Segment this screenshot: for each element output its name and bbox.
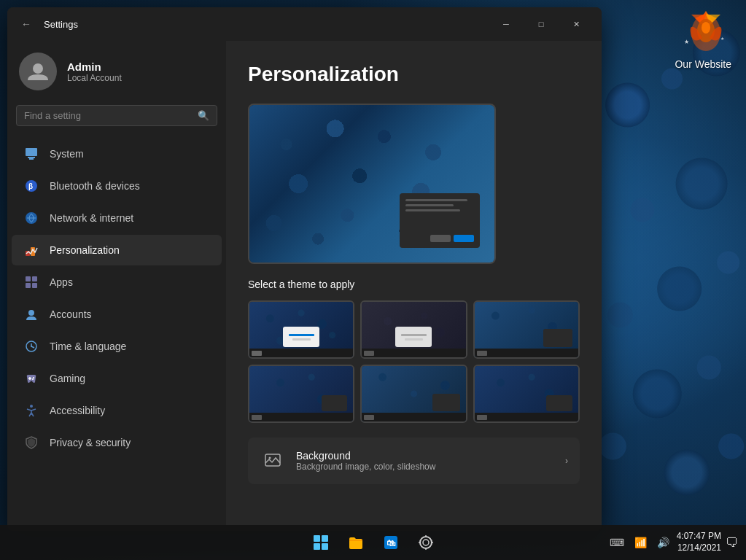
sidebar: Admin Local Account 🔍: [7, 41, 226, 531]
sidebar-item-privacy-label: Privacy & security: [50, 437, 131, 448]
svg-rect-12: [28, 157, 35, 158]
search-icon: 🔍: [198, 110, 209, 121]
theme-card-4[interactable]: [248, 365, 354, 423]
window-title: Settings: [44, 19, 78, 30]
avatar: [19, 52, 57, 90]
svg-rect-24: [32, 283, 37, 288]
settings-window: ← Settings ─ □ ✕ Admin Lo: [7, 7, 602, 531]
minimize-button[interactable]: ─: [489, 13, 523, 35]
svg-point-33: [32, 378, 34, 380]
svg-rect-11: [26, 148, 37, 156]
theme-card-6[interactable]: [473, 365, 580, 423]
svg-rect-40: [322, 543, 328, 550]
svg-point-25: [28, 310, 34, 316]
sidebar-item-accounts[interactable]: Accounts: [12, 299, 222, 330]
personalization-icon: [23, 242, 39, 258]
sidebar-item-system[interactable]: System: [12, 139, 222, 169]
sidebar-item-network-label: Network & internet: [50, 212, 133, 224]
svg-point-10: [33, 63, 43, 74]
svg-point-34: [30, 405, 33, 408]
sidebar-item-accessibility-label: Accessibility: [50, 405, 105, 416]
svg-rect-39: [314, 543, 320, 550]
taskbar-center: 🛍: [305, 526, 442, 559]
svg-point-36: [269, 457, 271, 459]
page-title: Personalization: [248, 63, 580, 86]
main-content: Personalization: [226, 41, 602, 531]
theme-grid: [248, 300, 580, 423]
tray-speaker-icon[interactable]: 🔊: [654, 534, 672, 551]
sidebar-item-system-label: System: [50, 148, 84, 160]
bluetooth-icon: β: [23, 178, 39, 194]
svg-text:🛍: 🛍: [386, 538, 396, 548]
sidebar-item-personalization-label: Personalization: [50, 244, 120, 256]
theme-card-3[interactable]: [473, 300, 580, 359]
theme-card-2-overlay: [395, 327, 432, 347]
store-button[interactable]: 🛍: [375, 526, 407, 559]
taskbar: 🛍 ⌨ 📶 🔊 4:07:47 PM 12/14/2021 🗨: [0, 525, 746, 560]
user-profile[interactable]: Admin Local Account: [7, 41, 226, 105]
sidebar-item-bluetooth-label: Bluetooth & devices: [50, 180, 140, 192]
svg-text:★: ★: [684, 39, 689, 45]
svg-point-32: [33, 377, 34, 378]
gaming-icon: [23, 370, 39, 386]
background-icon: [260, 448, 286, 474]
search-input[interactable]: [24, 110, 192, 121]
file-explorer-button[interactable]: [340, 526, 372, 559]
sidebar-item-gaming[interactable]: Gaming: [12, 363, 222, 394]
sidebar-item-accounts-label: Accounts: [50, 308, 92, 320]
background-link-chevron: ›: [565, 456, 568, 466]
preview-dialog: [400, 193, 480, 248]
theme-section-label: Select a theme to apply: [248, 279, 580, 290]
user-name: Admin: [67, 61, 122, 73]
tray-clock[interactable]: 4:07:47 PM 12/14/2021: [677, 531, 721, 553]
sidebar-item-bluetooth[interactable]: β Bluetooth & devices: [12, 171, 222, 201]
svg-rect-23: [26, 283, 31, 288]
sidebar-item-privacy[interactable]: Privacy & security: [12, 427, 222, 458]
svg-text:★: ★: [720, 36, 724, 41]
svg-rect-13: [29, 158, 34, 160]
tray-date: 12/14/2021: [677, 542, 721, 554]
theme-card-5[interactable]: [360, 365, 467, 423]
start-button[interactable]: [305, 526, 337, 559]
apps-icon: [23, 274, 39, 290]
search-taskbar-button[interactable]: [410, 526, 442, 559]
user-account-type: Local Account: [67, 73, 122, 83]
svg-rect-37: [314, 535, 320, 542]
back-button[interactable]: ←: [16, 14, 36, 34]
sidebar-item-gaming-label: Gaming: [50, 373, 85, 384]
svg-rect-38: [322, 535, 328, 542]
sidebar-item-apps-label: Apps: [50, 276, 73, 288]
svg-rect-22: [32, 276, 37, 281]
maximize-button[interactable]: □: [524, 13, 558, 35]
theme-card-1-overlay: [283, 327, 319, 347]
svg-point-29: [31, 346, 32, 347]
desktop-bubbles: [598, 0, 746, 525]
theme-card-1[interactable]: [248, 300, 354, 359]
background-link-subtitle: Background image, color, slideshow: [296, 462, 435, 472]
privacy-icon: [23, 435, 39, 451]
system-tray: ⌨ 📶 🔊 4:07:47 PM 12/14/2021 🗨: [607, 531, 739, 553]
sidebar-item-accessibility[interactable]: Accessibility: [12, 395, 222, 426]
sidebar-item-time[interactable]: Time & language: [12, 331, 222, 362]
theme-preview: [248, 104, 496, 264]
background-link-title: Background: [296, 450, 435, 462]
tray-wifi-icon[interactable]: 📶: [632, 534, 650, 551]
tray-notification-icon[interactable]: 🗨: [726, 535, 739, 551]
accounts-icon: [23, 306, 39, 322]
theme-card-2[interactable]: [360, 300, 467, 359]
close-button[interactable]: ✕: [559, 13, 593, 35]
svg-point-44: [423, 540, 429, 545]
sidebar-item-personalization[interactable]: Personalization: [12, 235, 222, 265]
sidebar-item-time-label: Time & language: [50, 341, 126, 352]
svg-point-7: [702, 22, 710, 34]
title-bar: ← Settings ─ □ ✕: [7, 7, 602, 41]
svg-rect-21: [26, 276, 31, 281]
website-label: Our Website: [675, 58, 731, 70]
sidebar-item-apps[interactable]: Apps: [12, 267, 222, 298]
tray-time: 4:07:47 PM: [677, 531, 721, 542]
sidebar-item-network[interactable]: Network & internet: [12, 203, 222, 233]
svg-point-43: [420, 537, 432, 548]
tray-keyboard-icon[interactable]: ⌨: [607, 534, 627, 551]
background-settings-link[interactable]: Background Background image, color, slid…: [248, 438, 580, 484]
search-box[interactable]: 🔍: [16, 105, 217, 126]
